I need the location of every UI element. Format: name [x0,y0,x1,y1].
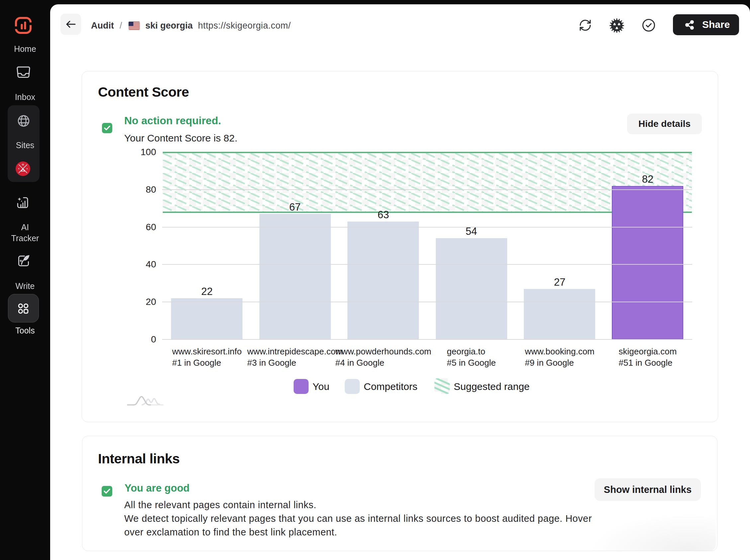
svg-text:G: G [22,163,24,166]
